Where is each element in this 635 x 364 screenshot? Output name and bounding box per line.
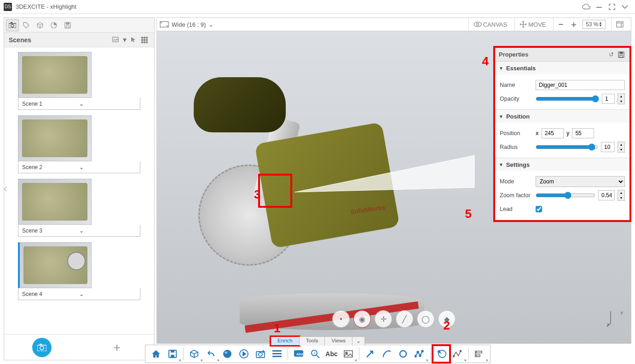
svg-rect-0 — [596, 7, 602, 8]
tab-enrich[interactable]: Enrich — [271, 336, 300, 346]
expand-menu-button[interactable] — [619, 1, 630, 12]
position-x-field[interactable] — [542, 128, 564, 138]
minimize-button[interactable] — [594, 1, 605, 12]
previous-scene-button[interactable]: ‹ — [1, 179, 10, 198]
position-y-field[interactable] — [572, 128, 594, 138]
fullscreen-button[interactable] — [606, 1, 618, 12]
zoomfactor-slider[interactable] — [536, 192, 595, 199]
zoomfactor-label: Zoom factor — [500, 192, 533, 199]
scene-item[interactable]: Scene 2⌄ — [18, 115, 140, 173]
lead-label: Lead — [500, 206, 533, 212]
arc-button[interactable] — [379, 346, 394, 362]
badge-button[interactable]: Abc — [291, 346, 306, 362]
section-essentials-header[interactable]: ▼Essentials — [495, 62, 629, 74]
pie-tab-icon[interactable] — [47, 19, 60, 31]
image-dropdown-icon[interactable]: ▾ — [122, 35, 127, 45]
svg-rect-69 — [476, 351, 482, 353]
svg-point-23 — [476, 23, 479, 26]
undo-button[interactable] — [203, 346, 219, 362]
svg-point-59 — [415, 355, 416, 357]
chevron-down-icon[interactable]: ⌄ — [79, 291, 136, 297]
control-target-icon[interactable]: ◉ — [353, 310, 371, 328]
zoomfactor-step-down[interactable]: ▼ — [618, 195, 624, 200]
svg-point-60 — [417, 351, 419, 353]
tab-more[interactable]: ⌄ — [352, 336, 365, 346]
control-circle-icon[interactable]: ◯ — [417, 310, 434, 328]
scene-label: Scene 3 — [22, 228, 79, 234]
camera-tab-icon[interactable] — [6, 19, 19, 31]
zoomfactor-step-up[interactable]: ▲ — [618, 190, 624, 195]
capture-button[interactable] — [253, 346, 268, 362]
digger-anchor-highlight — [258, 174, 292, 208]
opacity-value[interactable] — [602, 94, 615, 104]
control-edge-icon[interactable]: ╱ — [396, 310, 413, 328]
zoomfactor-value[interactable] — [598, 190, 615, 200]
chevron-down-icon[interactable]: ⌄ — [79, 228, 136, 234]
scene-item[interactable]: Scene 1⌄ — [18, 52, 140, 110]
panel-toggle-button[interactable] — [614, 20, 625, 28]
save-tab-icon[interactable] — [61, 19, 74, 31]
svg-rect-42 — [171, 350, 174, 353]
list-button[interactable] — [269, 346, 285, 362]
annotation-3: 3 — [254, 188, 260, 202]
mode-select[interactable]: Zoom — [536, 176, 625, 187]
chevron-down-icon[interactable]: ⌄ — [79, 101, 136, 107]
radius-step-up[interactable]: ▲ — [618, 142, 624, 147]
chevron-down-icon[interactable]: ⌄ — [79, 164, 136, 171]
move-mode-button[interactable]: MOVE — [518, 20, 548, 29]
scene-control-bar: ▪ ◉ ✛ ╱ ◯ ◆ — [332, 310, 456, 328]
digger-tool-button[interactable] — [433, 346, 449, 362]
lead-checkbox[interactable] — [536, 206, 542, 212]
scene-item[interactable]: Scene 4⌄ — [18, 242, 140, 300]
opacity-slider[interactable] — [536, 95, 599, 102]
svg-point-2 — [11, 24, 14, 27]
name-field[interactable] — [536, 80, 625, 90]
control-point-icon[interactable]: ▪ — [332, 310, 350, 328]
svg-rect-39 — [620, 52, 623, 54]
render-button[interactable] — [219, 346, 235, 362]
save-button[interactable] — [165, 346, 180, 362]
radius-value[interactable] — [601, 142, 615, 152]
save-icon[interactable] — [617, 50, 626, 59]
properties-panel: Properties ↺ ▼Essentials Name Opacity ▲▼ — [493, 46, 631, 222]
control-axis-icon[interactable]: ✛ — [375, 310, 392, 328]
zoom-percentage[interactable]: 53 %▲▼ — [583, 20, 606, 29]
undo-icon[interactable]: ↺ — [606, 50, 616, 59]
radius-slider[interactable] — [536, 143, 598, 151]
zoom-in-button[interactable]: ＋ — [568, 18, 580, 31]
cloud-icon[interactable] — [581, 1, 592, 12]
home-button[interactable] — [148, 346, 164, 362]
magnifier-button[interactable]: 1 — [307, 346, 323, 362]
polyline-button[interactable] — [412, 346, 427, 362]
measure-button[interactable] — [450, 346, 466, 362]
grid-view-icon[interactable] — [139, 35, 150, 45]
section-position-header[interactable]: ▼Position — [495, 110, 629, 123]
circle-annotation-button[interactable] — [395, 346, 411, 362]
position-label: Position — [500, 130, 533, 136]
svg-rect-11 — [146, 37, 148, 39]
scene-item[interactable]: Scene 3⌄ — [18, 179, 140, 237]
svg-text:Abc: Abc — [296, 352, 304, 356]
image-button[interactable] — [341, 346, 356, 362]
radius-step-down[interactable]: ▼ — [618, 147, 624, 152]
canvas-mode-button[interactable]: CANVAS — [472, 20, 509, 29]
svg-rect-10 — [144, 37, 145, 39]
arrow-button[interactable] — [362, 346, 378, 362]
cube-button[interactable] — [186, 346, 202, 362]
align-button[interactable] — [472, 346, 487, 362]
section-settings-header[interactable]: ▼Settings — [495, 158, 629, 171]
image-options-icon[interactable] — [111, 35, 121, 45]
cube-tab-icon[interactable] — [34, 19, 46, 31]
play-button[interactable] — [236, 346, 252, 362]
svg-rect-16 — [144, 41, 145, 43]
text-button[interactable]: Abc — [324, 346, 340, 362]
aspect-ratio-selector[interactable]: Wide (16 : 9) ⌄ — [160, 21, 214, 28]
axis-triad[interactable]: yz — [607, 308, 625, 327]
pointer-icon[interactable] — [128, 35, 139, 45]
tag-tab-icon[interactable] — [20, 19, 33, 31]
zoom-out-button[interactable]: − — [556, 19, 565, 30]
opacity-step-up[interactable]: ▲ — [618, 94, 624, 99]
tab-tools[interactable]: Tools — [299, 336, 325, 346]
opacity-step-down[interactable]: ▼ — [618, 99, 624, 104]
tab-views[interactable]: Views — [325, 336, 352, 346]
